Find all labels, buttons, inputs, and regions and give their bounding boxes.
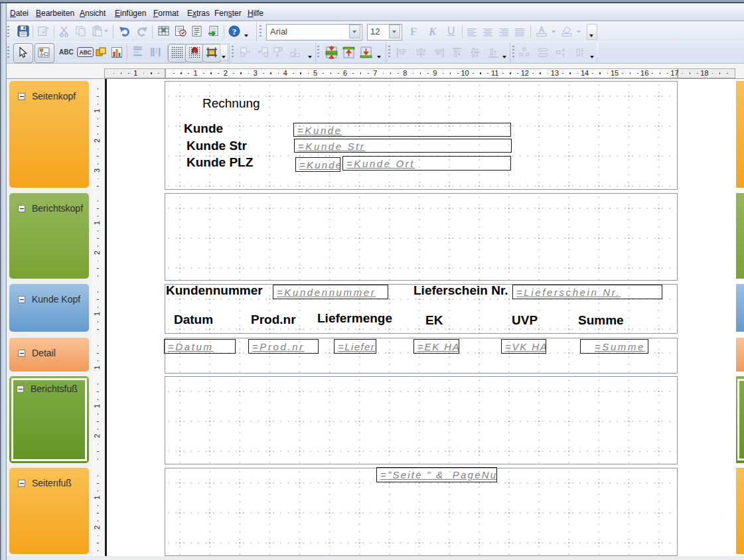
svg-text:?: ? (232, 27, 237, 36)
svg-text:A: A (539, 25, 545, 35)
